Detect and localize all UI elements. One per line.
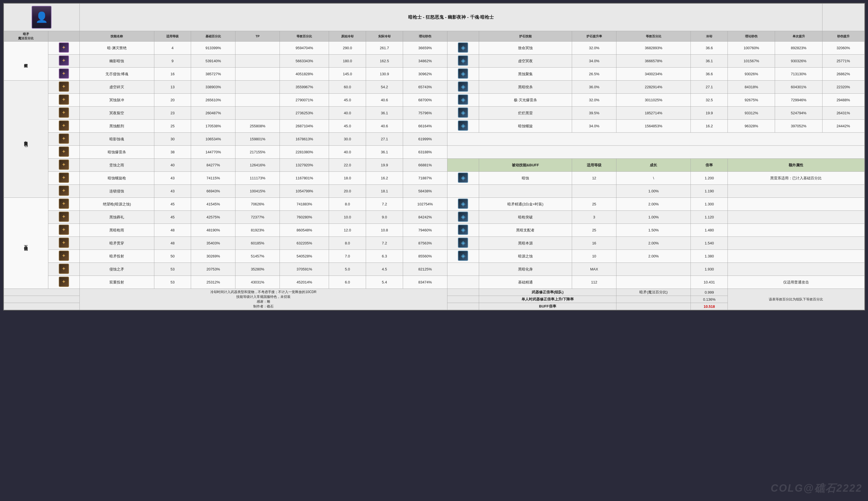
raw-cd: 45.0 — [329, 120, 366, 133]
eff-pct: 741883% — [280, 198, 329, 211]
real-cd: 7.2 — [366, 198, 403, 211]
passive-growth: 2.00% — [616, 198, 691, 211]
skill-level: 45 — [154, 198, 191, 211]
dps: 79460% — [403, 224, 448, 237]
footer-right-note: 该表等效百分比为组队下等效百分比 — [728, 289, 864, 310]
stone-once: 397052% — [775, 120, 822, 133]
tp: 81923% — [235, 224, 280, 237]
stone-rate: 34.0% — [572, 55, 616, 67]
passive-col-2: 适用等级 — [572, 159, 616, 172]
empty-stone — [447, 133, 864, 146]
skill-name: 连锁侵蚀 — [80, 185, 154, 198]
stone-eff: 3666578% — [616, 55, 691, 67]
dps: 84242% — [403, 211, 448, 224]
stone-icon — [458, 225, 468, 235]
stone-icon — [458, 95, 468, 105]
stone-name: 虚空冥夜 — [479, 55, 572, 67]
tp: 70626% — [235, 198, 280, 211]
passive-note — [728, 237, 864, 250]
footer-row-1: 冷却时间计入武器类型和宠物，不考虑手接；不计入一觉释放的10CDR 技能等级计入… — [4, 289, 864, 296]
raw-cd: 10.0 — [329, 211, 366, 224]
skill-icon — [59, 68, 69, 79]
stone-sec: 32060% — [822, 42, 864, 55]
watermark: COLG@礁石2222 — [771, 481, 862, 495]
page-wrapper: 暗枪士 - 狂怒恶鬼 - 幽影夜神 - 千魂·暗枪士 暗矛魔法百分比 技能名称 … — [0, 0, 868, 501]
skill-name: 绝望枪(暗源之蚀) — [80, 198, 154, 211]
skill-level: 9 — [154, 55, 191, 67]
page-title: 暗枪士 - 狂怒恶鬼 - 幽影夜神 - 千魂·暗枪士 — [80, 4, 822, 31]
passive-level: 112 — [572, 276, 616, 289]
skill-name: 黑蚀酷刑 — [80, 120, 154, 133]
tp: 60185% — [235, 237, 280, 250]
stone-eff: 3682893% — [616, 42, 691, 55]
dps: 71887% — [403, 172, 448, 185]
base-pct: 170538% — [191, 120, 235, 133]
passive-growth — [616, 276, 691, 289]
table-row: 黑蚀葬礼 45 42575% 72377% 760280% 10.0 9.0 8… — [4, 211, 864, 224]
stone-dps: 92675% — [728, 94, 775, 107]
passive-note — [728, 250, 864, 263]
dps: 61999% — [403, 133, 448, 146]
dps: 83474% — [403, 276, 448, 289]
skill-icon — [59, 95, 69, 105]
real-cd: 36.1 — [366, 107, 403, 120]
passive-name: 暗蚀 — [479, 172, 572, 185]
raw-cd: 8.0 — [329, 198, 366, 211]
stone-rate: 34.0% — [572, 120, 616, 133]
skill-icon — [59, 199, 69, 209]
table-row: 觉醒 暗·渊灭禁绝 4 913399% 9594704% 290.0 261.7… — [4, 42, 864, 55]
real-cd: 18.1 — [366, 185, 403, 198]
stone-cd-header: 冷却 — [691, 31, 728, 42]
dps: 30962% — [403, 67, 448, 81]
skill-level: 50 — [154, 250, 191, 263]
base-pct: 913399% — [191, 42, 235, 55]
skill-level: 38 — [154, 146, 191, 159]
stone-rate: 39.5% — [572, 107, 616, 120]
stone-icon — [458, 82, 468, 92]
stone-name: 烂烂黑雷 — [479, 107, 572, 120]
skill-level: 48 — [154, 237, 191, 250]
passive-growth: 2.00% — [616, 250, 691, 263]
table-row: 坚蚀之雨 40 84277% 126416% 1327920% 22.0 19.… — [4, 159, 864, 172]
eff-pct: 1167801% — [280, 172, 329, 185]
base-pct: 66943% — [191, 185, 235, 198]
tp — [235, 42, 280, 55]
real-cd: 27.1 — [366, 133, 403, 146]
stone-icon — [458, 173, 468, 183]
passive-col-3: 成长 — [616, 159, 691, 172]
tp — [235, 55, 280, 67]
skill-level: 45 — [154, 211, 191, 224]
skill-icon — [59, 212, 69, 222]
stone-icon — [458, 68, 468, 79]
passive-name: 暗矛精通(2白金+时装) — [479, 198, 572, 211]
eff-pct: 1327920% — [280, 159, 329, 172]
stone-dps: 93026% — [728, 67, 775, 81]
mp-col-header: 暗矛魔法百分比 — [4, 31, 48, 42]
skill-icon — [59, 107, 69, 118]
stone-icon — [458, 42, 468, 53]
real-cd: 36.1 — [366, 146, 403, 159]
tp: 43031% — [235, 276, 280, 289]
stone-name: 黑暗绞杀 — [479, 81, 572, 94]
stone-icon — [458, 238, 468, 248]
stone-eff: 3400234% — [616, 67, 691, 81]
main-container: 暗枪士 - 狂怒恶鬼 - 幽影夜神 - 千魂·暗枪士 暗矛魔法百分比 技能名称 … — [3, 3, 865, 311]
skill-name: 暗矛投射 — [80, 250, 154, 263]
eff-pct: 760280% — [280, 211, 329, 224]
base-pct: 260487% — [191, 107, 235, 120]
tp — [235, 94, 280, 107]
buff-label: BUFF倍率 — [479, 303, 616, 310]
eff-pct: 2281080% — [280, 146, 329, 159]
raw-cd: 20.0 — [329, 185, 366, 198]
real-cd: 7.2 — [366, 237, 403, 250]
stone-once: 713130% — [775, 67, 822, 81]
stone-icon — [458, 120, 468, 131]
dps: 75796% — [403, 107, 448, 120]
stone-once: 524794% — [775, 107, 822, 120]
passive-note — [728, 224, 864, 237]
tp: 126416% — [235, 159, 280, 172]
base-pct: 20753% — [191, 263, 235, 276]
dps: 36659% — [403, 42, 448, 55]
weapon-label: 武器修正倍率(组队) — [479, 289, 616, 296]
dps: 82125% — [403, 263, 448, 276]
